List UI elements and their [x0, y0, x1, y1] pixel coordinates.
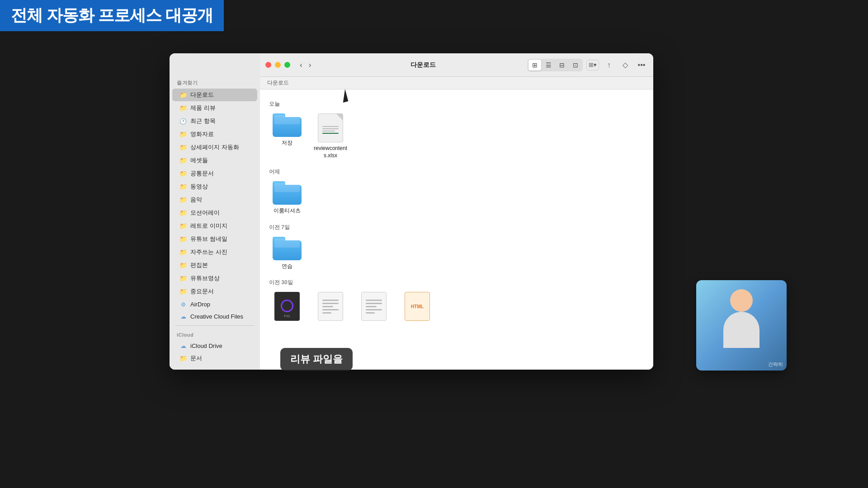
- sidebar-item-0[interactable]: 📁다운로드: [172, 89, 257, 101]
- view-buttons: ⊞ ☰ ⊟ ⊡: [528, 59, 583, 71]
- more-button[interactable]: •••: [635, 59, 648, 71]
- icloud-item-1[interactable]: 📁문서: [172, 352, 257, 365]
- folder-icon: 📁: [179, 183, 187, 190]
- file-label: 저장: [282, 140, 292, 147]
- recents-icon: 🕐: [179, 117, 187, 125]
- sidebar-item-4[interactable]: 📁상세페이지 자동화: [172, 141, 257, 154]
- file-item-3-0[interactable]: FIG: [269, 292, 305, 324]
- pip-camera: 간략히: [696, 280, 787, 371]
- finder-window: 즐겨찾기 📁다운로드📁제품 리뷰🕐최근 항목📁영화자료📁상세페이지 자동화📁에셋…: [170, 53, 653, 370]
- traffic-lights: [265, 62, 290, 68]
- sidebar-item-14[interactable]: 📁유튜브영상: [172, 272, 257, 285]
- sidebar-item-17[interactable]: ☁Creative Cloud Files: [172, 310, 257, 322]
- files-grid-2: 연습: [269, 237, 644, 270]
- folder-img: [273, 181, 302, 205]
- folder-icon: 📁: [179, 104, 187, 112]
- sidebar-item-label: 모션어레이: [190, 209, 220, 217]
- sidebar-item-3[interactable]: 📁영화자료: [172, 128, 257, 141]
- content-area[interactable]: 오늘 저장 reviewcontents.xlsx어제: [260, 89, 653, 370]
- favorites-label: 즐겨찾기: [170, 76, 260, 88]
- folder-icon: 📁: [179, 355, 187, 362]
- sidebar-item-5[interactable]: 📁에셋들: [172, 154, 257, 167]
- icloud-item-label: 문서: [190, 354, 202, 362]
- sidebar-item-label: 자주쓰는 사진: [190, 248, 227, 256]
- finder-main: ‹ › 다운로드 ⊞ ☰ ⊟ ⊡ ⊞▾ ↑ ◇ ••• 다운로드: [260, 53, 653, 370]
- sidebar-item-8[interactable]: 📁음악: [172, 193, 257, 206]
- sidebar-item-13[interactable]: 📁편집본: [172, 259, 257, 272]
- section-label-3: 이전 30일: [269, 279, 644, 286]
- cloud-icon: ☁: [179, 342, 187, 349]
- icloud-label: iCloud: [170, 328, 260, 339]
- folder-icon: 📁: [179, 91, 187, 99]
- minimize-button[interactable]: [275, 62, 281, 68]
- cloud-icon: ☁: [179, 313, 187, 320]
- file-label: reviewcontents.xlsx: [312, 145, 349, 159]
- html-icon: HTML: [405, 292, 430, 321]
- sidebar-item-label: 편집본: [190, 261, 208, 269]
- sidebar-item-7[interactable]: 📁동영상: [172, 180, 257, 193]
- sidebar-item-16[interactable]: ⊚AirDrop: [172, 298, 257, 310]
- sidebar-item-11[interactable]: 📁유튜브 썸네일: [172, 233, 257, 245]
- file-item-3-1[interactable]: [312, 292, 349, 324]
- share-button[interactable]: ↑: [603, 59, 615, 71]
- file-item-0-1[interactable]: reviewcontents.xlsx: [312, 113, 349, 159]
- sidebar-item-15[interactable]: 📁중요문서: [172, 285, 257, 298]
- airdrop-icon: ⊚: [179, 300, 187, 308]
- sidebar-item-label: 유튜브 썸네일: [190, 235, 227, 243]
- excel-icon: [318, 113, 343, 142]
- view-list-button[interactable]: ☰: [542, 60, 555, 70]
- sidebar-item-label: 음악: [190, 196, 202, 204]
- sidebar-item-12[interactable]: 📁자주쓰는 사진: [172, 246, 257, 258]
- sidebar-item-10[interactable]: 📁레트로 이미지: [172, 220, 257, 232]
- folder-icon: 📁: [179, 249, 187, 256]
- file-item-0-0[interactable]: 저장: [269, 113, 305, 159]
- folder-icon: 📁: [179, 235, 187, 243]
- view-column-button[interactable]: ⊟: [556, 60, 568, 70]
- icloud-item-label: iCloud Drive: [190, 343, 222, 349]
- section-label-2: 이전 7일: [269, 224, 644, 231]
- sidebar-item-label: 제품 리뷰: [190, 104, 216, 112]
- sidebar-item-2[interactable]: 🕐최근 항목: [172, 115, 257, 127]
- section-1: 어제 이룸티셔츠: [269, 168, 644, 215]
- sidebar-item-label: 영화자료: [190, 130, 214, 138]
- sidebar-item-label: AirDrop: [190, 301, 210, 308]
- person-head: [730, 289, 753, 312]
- section-label-0: 오늘: [269, 100, 644, 108]
- folder-img: [273, 237, 302, 260]
- titlebar: ‹ › 다운로드 ⊞ ☰ ⊟ ⊡ ⊞▾ ↑ ◇ •••: [260, 53, 653, 77]
- sidebar-item-label: 공통문서: [190, 169, 214, 178]
- sidebar-divider: [175, 325, 255, 326]
- toolbar-right: ⊞ ☰ ⊟ ⊡ ⊞▾ ↑ ◇ •••: [528, 59, 648, 71]
- file-item-2-0[interactable]: 연습: [269, 237, 305, 270]
- file-item-1-0[interactable]: 이룸티셔츠: [269, 181, 305, 215]
- file-item-3-2[interactable]: [356, 292, 392, 324]
- window-title: 다운로드: [319, 61, 528, 69]
- folder-icon: 📁: [179, 144, 187, 151]
- sidebar-item-6[interactable]: 📁공통문서: [172, 167, 257, 180]
- folder-icon: 📁: [179, 209, 187, 216]
- folder-img: [273, 113, 302, 137]
- top-banner: 전체 자동화 프로세스 대공개: [0, 0, 224, 31]
- back-button[interactable]: ‹: [297, 60, 305, 70]
- view-gallery-button[interactable]: ⊡: [569, 60, 582, 70]
- files-grid-1: 이룸티셔츠: [269, 181, 644, 215]
- maximize-button[interactable]: [284, 62, 290, 68]
- breadcrumb-text: 다운로드: [267, 79, 289, 87]
- file-item-3-3[interactable]: HTML: [399, 292, 435, 324]
- files-grid-3: FIG: [269, 292, 644, 324]
- view-grid-button[interactable]: ⊞: [528, 60, 541, 70]
- icloud-item-0[interactable]: ☁iCloud Drive: [172, 340, 257, 352]
- banner-text: 전체 자동화 프로세스 대공개: [11, 6, 213, 24]
- sidebar-item-9[interactable]: 📁모션어레이: [172, 206, 257, 219]
- forward-button[interactable]: ›: [307, 60, 314, 70]
- section-3: 이전 30일 FIG: [269, 279, 644, 324]
- sidebar-item-1[interactable]: 📁제품 리뷰: [172, 102, 257, 114]
- sidebar-item-label: 최근 항목: [190, 117, 216, 125]
- sidebar-item-label: 중요문서: [190, 287, 214, 296]
- file-label: 이룸티셔츠: [274, 207, 301, 215]
- tag-button[interactable]: ◇: [619, 59, 632, 71]
- section-2: 이전 7일 연습: [269, 224, 644, 270]
- close-button[interactable]: [265, 62, 271, 68]
- group-button[interactable]: ⊞▾: [586, 60, 599, 70]
- tooltip-text: 리뷰 파일을: [290, 353, 343, 365]
